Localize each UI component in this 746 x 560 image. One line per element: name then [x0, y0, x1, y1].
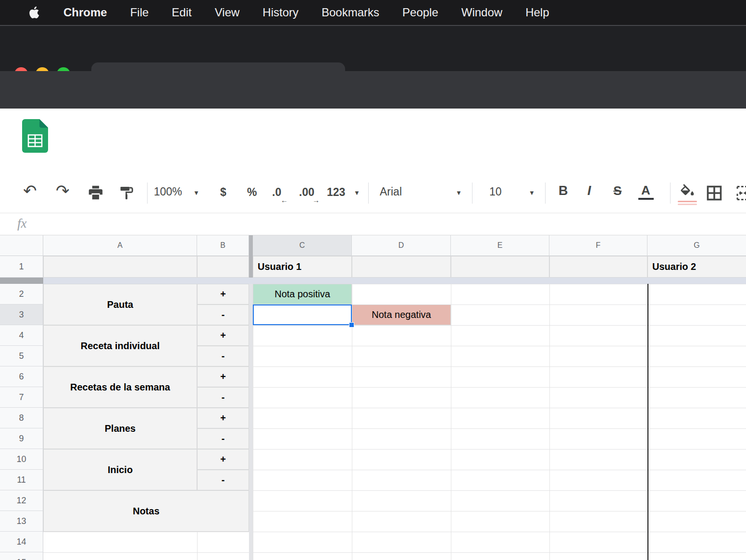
column-header-G[interactable]: G	[647, 235, 746, 256]
formula-bar[interactable]: fx	[0, 213, 746, 235]
cell-B4[interactable]: +	[197, 325, 249, 346]
menubar-item-view[interactable]: View	[215, 6, 240, 19]
menubar-item-history[interactable]: History	[262, 6, 298, 19]
chevron-down-icon[interactable]: ▼	[456, 189, 462, 196]
row-header-5[interactable]: 5	[0, 346, 43, 366]
chevron-down-icon[interactable]: ▼	[529, 189, 535, 196]
frozen-column-divider[interactable]	[249, 235, 253, 278]
active-cell-C3[interactable]	[253, 304, 352, 325]
cell-A8[interactable]: Planes	[43, 408, 197, 449]
macos-menubar: Chrome File Edit View History Bookmarks …	[0, 0, 746, 25]
borders-icon[interactable]	[706, 184, 723, 203]
cell-A2[interactable]: Pauta	[43, 284, 197, 325]
decrease-decimal-button[interactable]: .0	[272, 186, 281, 199]
cell-C2[interactable]: Nota positiva	[253, 284, 352, 304]
format-percent-button[interactable]: %	[247, 186, 257, 199]
row-header-14[interactable]: 14	[0, 532, 43, 552]
cell-A12[interactable]: Notas	[43, 490, 249, 532]
cell-A1[interactable]	[43, 256, 197, 278]
fill-handle[interactable]	[349, 322, 354, 328]
cell-E1[interactable]	[451, 256, 549, 278]
gridline	[43, 552, 746, 553]
grid-corner[interactable]	[0, 235, 43, 256]
cell-B9[interactable]: -	[197, 428, 249, 449]
column-header-A[interactable]: A	[43, 235, 197, 256]
cell-B8[interactable]: +	[197, 408, 249, 428]
toolbar-divider	[147, 183, 148, 204]
row-header-10[interactable]: 10	[0, 449, 43, 470]
menubar-item-help[interactable]: Help	[525, 6, 549, 19]
cell-B11[interactable]: -	[197, 470, 249, 490]
chevron-down-icon[interactable]: ▼	[193, 189, 199, 196]
redo-icon[interactable]: ↷	[56, 183, 70, 199]
more-formats-button[interactable]: 123	[327, 186, 345, 199]
print-icon[interactable]	[87, 184, 104, 202]
text-color-swatch	[638, 198, 654, 200]
menubar-item-window[interactable]: Window	[461, 6, 502, 19]
text-color-button[interactable]: A	[641, 184, 650, 196]
row-header-4[interactable]: 4	[0, 325, 43, 346]
row-header-9[interactable]: 9	[0, 428, 43, 449]
cell-B10[interactable]: +	[197, 449, 249, 470]
column-header-E[interactable]: E	[451, 235, 549, 256]
row-header-11[interactable]: 11	[0, 470, 43, 490]
cell-B3[interactable]: -	[197, 304, 249, 325]
fx-icon: fx	[17, 216, 27, 231]
cell-F1[interactable]	[549, 256, 647, 278]
cell-A10[interactable]: Inicio	[43, 449, 197, 490]
column-header-B[interactable]: B	[197, 235, 249, 256]
frozen-row-divider[interactable]	[0, 278, 43, 284]
row-header-3[interactable]: 3	[0, 304, 43, 325]
row-header-8[interactable]: 8	[0, 408, 43, 428]
paint-format-icon[interactable]	[119, 184, 135, 202]
row-header-13[interactable]: 13	[0, 511, 43, 532]
menubar-item-people[interactable]: People	[402, 6, 438, 19]
cell-border-thick	[647, 284, 648, 560]
undo-icon[interactable]: ↶	[23, 183, 37, 199]
toolbar-divider	[670, 183, 671, 204]
menubar-item-edit[interactable]: Edit	[172, 6, 191, 19]
column-header-D[interactable]: D	[352, 235, 451, 256]
cell-A6[interactable]: Recetas de la semana	[43, 366, 197, 408]
row-header-2[interactable]: 2	[0, 284, 43, 304]
frozen-row-divider[interactable]	[43, 278, 746, 284]
cell-B2[interactable]: +	[197, 284, 249, 304]
increase-decimal-arrow-icon: →	[312, 196, 320, 204]
cell-A4[interactable]: Receta individual	[43, 325, 197, 366]
tab-strip: Template para User Testing - G × Notas d…	[0, 25, 746, 71]
bold-button[interactable]: B	[559, 184, 568, 197]
row-header-7[interactable]: 7	[0, 387, 43, 408]
cell-B1[interactable]	[197, 256, 249, 278]
font-select[interactable]: Arial	[380, 186, 402, 197]
chevron-down-icon[interactable]: ▼	[354, 189, 360, 196]
cell-D3[interactable]: Nota negativa	[352, 304, 451, 325]
sheets-file-icon[interactable]	[22, 119, 48, 155]
cell-C1[interactable]: Usuario 1	[253, 256, 352, 278]
italic-button[interactable]: I	[587, 184, 591, 197]
frozen-column-divider[interactable]	[249, 284, 253, 560]
cell-B6[interactable]: +	[197, 366, 249, 387]
row-header-6[interactable]: 6	[0, 366, 43, 387]
gridline	[43, 532, 746, 532]
strikethrough-button[interactable]: S	[613, 184, 622, 197]
zoom-select[interactable]: 100%	[154, 186, 182, 197]
cell-D1[interactable]	[352, 256, 451, 278]
merge-cells-icon[interactable]	[734, 184, 746, 203]
menubar-item-bookmarks[interactable]: Bookmarks	[322, 6, 379, 19]
row-header-15[interactable]: 15	[0, 552, 43, 560]
column-header-F[interactable]: F	[549, 235, 647, 256]
menubar-item-file[interactable]: File	[130, 6, 149, 19]
column-header-C[interactable]: C	[253, 235, 352, 256]
menubar-item-chrome[interactable]: Chrome	[63, 6, 107, 19]
row-header-12[interactable]: 12	[0, 490, 43, 511]
cell-G1[interactable]: Usuario 2	[647, 256, 746, 278]
cell-B5[interactable]: -	[197, 346, 249, 366]
apple-icon[interactable]	[28, 6, 39, 19]
fill-color-icon[interactable]	[679, 183, 696, 200]
cell-B7[interactable]: -	[197, 387, 249, 408]
format-currency-button[interactable]: $	[220, 186, 226, 199]
toolbar-divider	[545, 183, 546, 204]
font-size-select[interactable]: 10	[489, 186, 502, 197]
sheets-toolbar: ↶ ↷ 100% ▼ $ % .0 ← .00 → 123 ▼ Arial ▼ …	[0, 173, 746, 213]
row-header-1[interactable]: 1	[0, 256, 43, 278]
